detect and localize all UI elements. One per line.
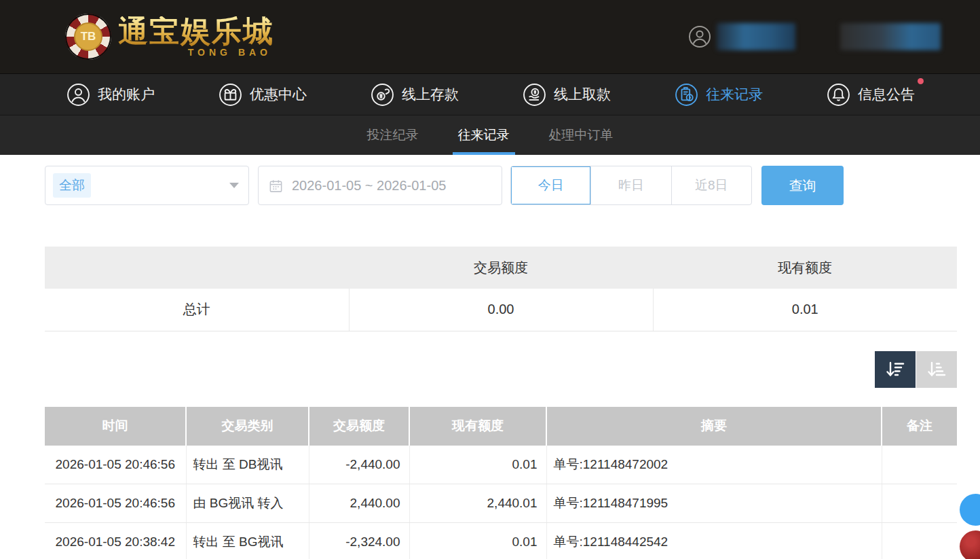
casino-chip-icon: TB — [65, 14, 111, 60]
user-account-group[interactable] — [688, 23, 795, 50]
nav-label: 信息公告 — [858, 85, 915, 104]
content-area: 全部 2026-01-05 ~ 2026-01-05 今日 — [0, 155, 980, 559]
cell-summary: 单号:121148472002 — [546, 446, 882, 484]
nav-item-announcements[interactable]: 信息公告 — [827, 83, 915, 107]
nav-item-deposit[interactable]: 线上存款 — [371, 83, 459, 107]
cell-type: 由 BG视讯 转入 — [186, 484, 309, 523]
nav-label: 优惠中心 — [250, 85, 307, 104]
type-select[interactable]: 全部 — [45, 166, 249, 205]
sort-amount-asc-icon — [926, 359, 947, 380]
nav-label: 线上存款 — [402, 85, 459, 104]
table-row: 2026-01-05 20:38:42 转出 至 BG视讯 -2,324.00 … — [45, 523, 957, 559]
user-avatar-icon — [688, 25, 711, 48]
type-select-value: 全部 — [53, 173, 91, 198]
chevron-down-icon — [229, 183, 239, 188]
tab-pending-orders[interactable]: 处理中订单 — [544, 115, 619, 155]
search-button[interactable]: 查询 — [761, 166, 844, 205]
cell-balance: 2,440.01 — [409, 484, 546, 523]
summary-balance: 0.01 — [653, 289, 957, 331]
redacted-username — [717, 23, 795, 50]
summary-header-trade-amount: 交易额度 — [349, 247, 653, 289]
gift-icon — [219, 83, 242, 107]
summary-header-balance: 现有额度 — [653, 247, 957, 289]
cell-remark — [882, 523, 957, 559]
quick-label: 今日 — [538, 177, 564, 194]
cell-type: 转出 至 BG视讯 — [186, 523, 309, 559]
tab-label: 处理中订单 — [549, 126, 614, 144]
date-range-input[interactable]: 2026-01-05 ~ 2026-01-05 — [258, 166, 502, 205]
page: TB 通宝娱乐城 TONG BAO — [0, 0, 980, 559]
nav-label: 往来记录 — [706, 85, 763, 104]
site-name: 通宝娱乐城 — [118, 16, 274, 46]
sort-ascending-button[interactable] — [916, 351, 957, 388]
summary-header-empty — [45, 247, 349, 289]
col-header-amount: 交易额度 — [309, 407, 409, 446]
filter-bar: 全部 2026-01-05 ~ 2026-01-05 今日 — [45, 166, 957, 205]
site-subtitle: TONG BAO — [188, 48, 271, 57]
calendar-icon — [268, 178, 284, 194]
summary-total-label: 总计 — [45, 289, 349, 331]
nav-label: 我的账户 — [98, 85, 155, 104]
records-icon — [675, 83, 698, 107]
sort-descending-button[interactable] — [875, 351, 916, 388]
user-zone — [688, 23, 941, 50]
cell-time: 2026-01-05 20:46:56 — [45, 446, 186, 484]
col-header-time: 时间 — [45, 407, 186, 446]
cell-balance: 0.01 — [409, 523, 546, 559]
records-table: 时间 交易类别 交易额度 现有额度 摘要 备注 2026-01-05 20:46… — [45, 407, 957, 559]
summary-header-row: 交易额度 现有额度 — [45, 247, 957, 289]
quick-label: 近8日 — [695, 177, 728, 194]
quick-label: 昨日 — [618, 177, 644, 194]
nav-item-promotions[interactable]: 优惠中心 — [219, 83, 307, 107]
cell-time: 2026-01-05 20:46:56 — [45, 484, 186, 523]
main-nav: 我的账户 优惠中心 线上存款 — [0, 73, 980, 115]
chip-tb-label: TB — [74, 22, 102, 51]
site-logo[interactable]: TB 通宝娱乐城 TONG BAO — [65, 14, 274, 60]
nav-item-account[interactable]: 我的账户 — [67, 83, 155, 107]
cell-type: 转出 至 DB视讯 — [186, 446, 309, 484]
tab-label: 往来记录 — [458, 126, 510, 144]
col-header-balance: 现有额度 — [409, 407, 546, 446]
summary-table: 交易额度 现有额度 总计 0.00 0.01 — [45, 247, 957, 331]
quick-range-last8days[interactable]: 近8日 — [671, 166, 751, 204]
sort-toolbar — [45, 351, 957, 388]
cell-remark — [882, 446, 957, 484]
logo-text: 通宝娱乐城 TONG BAO — [118, 16, 274, 57]
sort-amount-desc-icon — [885, 359, 905, 380]
nav-label: 线上取款 — [554, 85, 611, 104]
date-range-value: 2026-01-05 ~ 2026-01-05 — [292, 178, 446, 194]
table-row: 2026-01-05 20:46:56 转出 至 DB视讯 -2,440.00 … — [45, 446, 957, 484]
user-balance-group[interactable] — [840, 23, 941, 50]
nav-item-transactions[interactable]: 往来记录 — [675, 83, 763, 107]
notification-dot — [918, 78, 924, 84]
records-header-row: 时间 交易类别 交易额度 现有额度 摘要 备注 — [45, 407, 957, 446]
cell-remark — [882, 484, 957, 523]
account-icon — [67, 83, 90, 107]
cell-summary: 单号:121148471995 — [546, 484, 882, 523]
summary-total-row: 总计 0.00 0.01 — [45, 289, 957, 331]
tab-transaction-records[interactable]: 往来记录 — [453, 115, 515, 155]
cell-balance: 0.01 — [409, 446, 546, 484]
sub-tabs: 投注纪录 往来记录 处理中订单 — [0, 115, 980, 155]
tab-label: 投注纪录 — [367, 126, 419, 144]
col-header-type: 交易类别 — [186, 407, 309, 446]
cell-amount: 2,440.00 — [309, 484, 409, 523]
withdraw-icon — [523, 83, 546, 107]
cell-time: 2026-01-05 20:38:42 — [45, 523, 186, 559]
quick-range-yesterday[interactable]: 昨日 — [590, 166, 671, 204]
quick-range-today[interactable]: 今日 — [511, 166, 590, 204]
col-header-remark: 备注 — [882, 407, 957, 446]
cell-amount: -2,324.00 — [309, 523, 409, 559]
redacted-balance — [840, 23, 941, 50]
quick-range-group: 今日 昨日 近8日 — [510, 166, 752, 205]
deposit-icon — [371, 83, 394, 107]
nav-item-withdraw[interactable]: 线上取款 — [523, 83, 611, 107]
cell-summary: 单号:121148442542 — [546, 523, 882, 559]
col-header-summary: 摘要 — [546, 407, 882, 446]
cell-amount: -2,440.00 — [309, 446, 409, 484]
summary-trade-amount: 0.00 — [349, 289, 653, 331]
tab-bet-records[interactable]: 投注纪录 — [362, 115, 424, 155]
table-row: 2026-01-05 20:46:56 由 BG视讯 转入 2,440.00 2… — [45, 484, 957, 523]
bell-icon — [827, 83, 850, 107]
brand-header: TB 通宝娱乐城 TONG BAO — [0, 0, 980, 73]
